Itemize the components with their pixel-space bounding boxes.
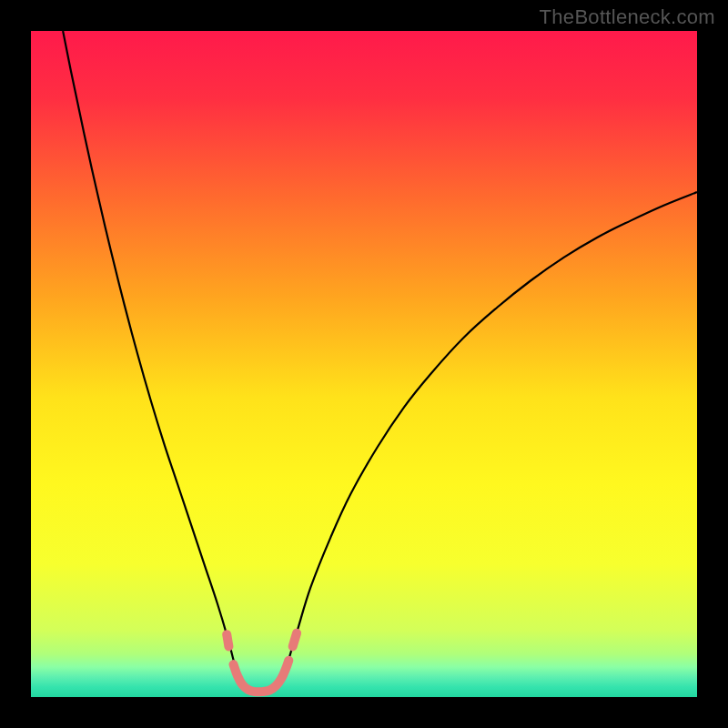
series-valley-marker-dots-left (227, 634, 228, 646)
series-valley-marker-dots-right (293, 633, 297, 647)
svg-rect-2 (31, 31, 697, 697)
chart-container: TheBottleneck.com (0, 0, 728, 728)
watermark-text: TheBottleneck.com (540, 5, 715, 29)
chart-canvas (0, 0, 728, 728)
